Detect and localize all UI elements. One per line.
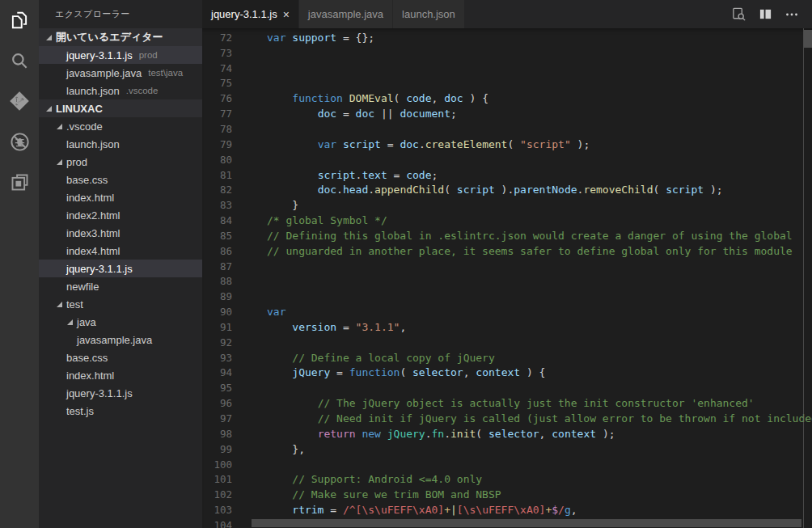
- code-line[interactable]: 103 rtrim = /^[\s\uFEFF\xA0]+|[\s\uFEFF\…: [202, 502, 812, 517]
- horizontal-scrollbar[interactable]: [252, 519, 801, 527]
- vertical-scrollbar[interactable]: [804, 30, 812, 48]
- tree-item[interactable]: javasample.java: [39, 331, 202, 348]
- code-line[interactable]: 79 var script = doc.createElement( "scri…: [202, 137, 812, 152]
- folder-root-header[interactable]: LINUXAC: [39, 99, 202, 117]
- line-number: 76: [202, 92, 232, 104]
- activity-explorer-button[interactable]: [0, 0, 39, 40]
- tree-item[interactable]: newfile: [39, 277, 202, 295]
- code-line[interactable]: 95: [202, 380, 812, 395]
- line-content: // Support: Android <=4.0 only: [232, 473, 482, 485]
- close-icon[interactable]: ×: [283, 9, 290, 20]
- line-number: 95: [202, 382, 232, 394]
- code-line[interactable]: 101 // Support: Android <=4.0 only: [202, 471, 812, 487]
- code-line[interactable]: 73: [202, 45, 812, 61]
- split-editor-button[interactable]: [759, 7, 772, 21]
- code-line[interactable]: 93 // Define a local copy of jQuery: [202, 350, 812, 365]
- code-line[interactable]: 77 doc = doc || document;: [202, 106, 812, 121]
- tree-item[interactable]: test: [39, 295, 202, 313]
- twisty-expanded-icon: [56, 295, 66, 313]
- open-editor-item[interactable]: jquery-3.1.1.js prod: [39, 46, 202, 64]
- sidebar-title: エクスプローラー: [39, 0, 202, 28]
- tree-item[interactable]: java: [39, 313, 202, 331]
- code-line[interactable]: 99 },: [202, 441, 812, 457]
- file-label: .vscode: [66, 120, 103, 133]
- code-line[interactable]: 86 // unguarded in another place, it see…: [202, 243, 812, 259]
- tree-item[interactable]: launch.json: [39, 135, 202, 153]
- code-line[interactable]: 83 }: [202, 197, 812, 213]
- code-line[interactable]: 96 // The jQuery object is actually just…: [202, 395, 812, 411]
- tree-item[interactable]: index4.html: [39, 242, 202, 260]
- line-number: 83: [202, 199, 232, 211]
- line-number: 78: [202, 123, 232, 135]
- code-line[interactable]: 90 var: [202, 304, 812, 319]
- line-content: doc = doc || document;: [232, 108, 457, 120]
- code-line[interactable]: 98 return new jQuery.fn.init( selector, …: [202, 426, 812, 441]
- tree-item[interactable]: .vscode: [39, 117, 202, 135]
- activity-search-button[interactable]: [0, 40, 39, 81]
- editor-ruler: [803, 28, 804, 528]
- search-icon: [9, 50, 30, 71]
- tree-item[interactable]: jquery-3.1.1.js: [39, 384, 202, 402]
- code-editor[interactable]: 72 var support = {}; 73 74 75 76 functio…: [202, 28, 812, 528]
- line-number: 100: [202, 458, 232, 471]
- line-content: /* global Symbol */: [232, 214, 387, 226]
- debug-no-bug-icon: [9, 131, 31, 153]
- code-line[interactable]: 100: [202, 457, 812, 472]
- code-line[interactable]: 80: [202, 152, 812, 167]
- code-line[interactable]: 84 /* global Symbol */: [202, 213, 812, 228]
- open-preview-button[interactable]: [731, 6, 746, 22]
- open-editor-item[interactable]: launch.json .vscode: [39, 82, 202, 99]
- activity-source-control-button[interactable]: [0, 81, 39, 121]
- code-line[interactable]: 74: [202, 61, 812, 76]
- tree-item[interactable]: base.css: [39, 171, 202, 188]
- tree-item[interactable]: index.html: [39, 366, 202, 384]
- activity-debug-button[interactable]: [0, 121, 39, 162]
- line-content: doc.head.appendChild( script ).parentNod…: [232, 184, 723, 196]
- code-line[interactable]: 72 var support = {};: [202, 30, 812, 45]
- editor-tab[interactable]: jquery-3.1.1.js ×: [202, 0, 299, 28]
- code-line[interactable]: 76 function DOMEval( code, doc ) {: [202, 91, 812, 106]
- code-line[interactable]: 82 doc.head.appendChild( script ).parent…: [202, 182, 812, 197]
- tree-item[interactable]: index3.html: [39, 224, 202, 242]
- code-line[interactable]: 91 version = "3.1.1",: [202, 319, 812, 335]
- code-line[interactable]: 85 // Defining this global in .eslintrc.…: [202, 228, 812, 243]
- line-content: // Need init if jQuery is called (just a…: [232, 412, 812, 425]
- tree-item[interactable]: prod: [39, 153, 202, 171]
- tree-item[interactable]: index.html: [39, 188, 202, 206]
- tree-item[interactable]: jquery-3.1.1.js: [39, 260, 202, 277]
- tree-item[interactable]: test.js: [39, 402, 202, 420]
- more-actions-button[interactable]: [785, 7, 799, 22]
- tab-label: launch.json: [402, 8, 455, 20]
- tree-item[interactable]: index2.html: [39, 206, 202, 224]
- code-line[interactable]: 97 // Need init if jQuery is called (jus…: [202, 411, 812, 426]
- open-editor-item[interactable]: javasample.java test\java: [39, 64, 202, 82]
- code-line[interactable]: 92: [202, 335, 812, 350]
- line-number: 84: [202, 214, 232, 226]
- line-number: 82: [202, 184, 232, 196]
- line-content: // unguarded in another place, it seems …: [232, 245, 793, 257]
- code-line[interactable]: 89: [202, 289, 812, 304]
- code-line[interactable]: 102 // Make sure we trim BOM and NBSP: [202, 487, 812, 502]
- tab-bar: jquery-3.1.1.js × javasample.java × laun…: [202, 0, 812, 28]
- twisty-expanded-icon: [45, 28, 56, 46]
- file-label: newfile: [66, 281, 99, 293]
- editor-tab[interactable]: launch.json ×: [393, 0, 465, 28]
- code-line[interactable]: 94 jQuery = function( selector, context …: [202, 365, 812, 381]
- file-label: index.html: [66, 192, 114, 204]
- line-content: // Define a local copy of jQuery: [232, 352, 495, 364]
- code-line[interactable]: 87: [202, 259, 812, 274]
- line-number: 99: [202, 443, 232, 455]
- tree-item[interactable]: base.css: [39, 348, 202, 366]
- code-line[interactable]: 88: [202, 274, 812, 289]
- line-number: 72: [202, 32, 232, 44]
- line-number: 96: [202, 397, 232, 409]
- code-line[interactable]: 81 script.text = code;: [202, 167, 812, 183]
- activity-extensions-button[interactable]: [0, 162, 39, 202]
- editor-group: jquery-3.1.1.js × javasample.java × laun…: [202, 0, 812, 528]
- line-content: script.text = code;: [232, 169, 438, 181]
- open-editors-header[interactable]: 開いているエディター: [39, 28, 202, 46]
- code-line[interactable]: 75: [202, 76, 812, 91]
- code-line[interactable]: 78: [202, 121, 812, 137]
- line-number: 97: [202, 412, 232, 425]
- editor-tab[interactable]: javasample.java ×: [299, 0, 393, 28]
